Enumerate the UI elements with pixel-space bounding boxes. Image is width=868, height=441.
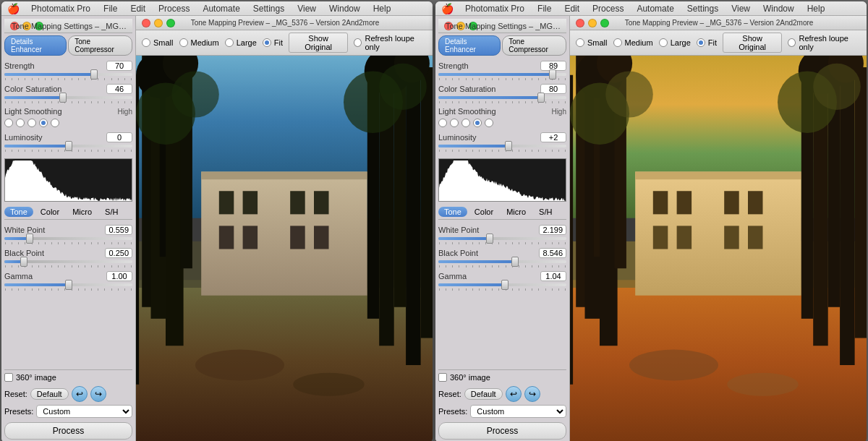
slider-value-luminosity-right: +2 <box>540 132 566 142</box>
size-radio-large[interactable] <box>225 38 234 47</box>
size-option-large[interactable]: Large <box>659 38 691 47</box>
slider-track-black-point-left[interactable] <box>4 260 132 263</box>
histogram <box>438 158 566 202</box>
size-radio-small[interactable] <box>142 38 150 47</box>
slider-track-luminosity-left[interactable] <box>4 145 132 147</box>
size-radio-fit[interactable] <box>263 38 271 47</box>
refresh-loupe-radio[interactable] <box>354 38 362 47</box>
menu-window[interactable]: Window <box>757 4 800 14</box>
size-option-medium[interactable]: Medium <box>613 38 653 47</box>
menu-settings[interactable]: Settings <box>681 4 724 14</box>
slider-gamma-left: Gamma 1.00 <box>4 271 132 291</box>
slider-black-point-right: Black Point 8.546 <box>438 248 566 267</box>
menu-edit[interactable]: Edit <box>558 4 585 14</box>
slider-track-strength-left[interactable] <box>4 73 132 76</box>
menu-window[interactable]: Window <box>323 4 366 14</box>
refresh-loupe-radio[interactable] <box>788 38 796 47</box>
ls-radio-2[interactable] <box>27 119 36 127</box>
apple-menu[interactable]: 🍎 <box>7 3 20 14</box>
refresh-loupe-option: Refresh loupe only <box>788 34 861 51</box>
sub-tab-color[interactable]: Color <box>35 207 65 217</box>
menu-help[interactable]: Help <box>801 4 831 14</box>
menu-view[interactable]: View <box>292 4 322 14</box>
preview-image[interactable] <box>570 56 867 441</box>
apple-menu[interactable]: 🍎 <box>441 3 454 14</box>
redo-button[interactable]: ↪ <box>524 386 540 402</box>
mode-tab-1[interactable]: Tone Compressor <box>68 35 132 56</box>
preview-titlebar: Tone Mapping Preview – _MG_5376 – Versio… <box>136 16 433 30</box>
menu-help[interactable]: Help <box>367 4 397 14</box>
svg-rect-39 <box>653 191 668 214</box>
light-smooth-row <box>438 119 566 127</box>
sub-tab-tone[interactable]: Tone <box>4 207 33 217</box>
sub-tab-color[interactable]: Color <box>469 207 499 217</box>
menu-edit[interactable]: Edit <box>124 4 151 14</box>
sub-tab-s/h[interactable]: S/H <box>533 207 558 217</box>
mode-tab-1[interactable]: Tone Compressor <box>502 35 566 56</box>
light-smooth-header: Light Smoothing High <box>4 107 132 116</box>
redo-button[interactable]: ↪ <box>90 386 106 402</box>
ls-radio-1[interactable] <box>16 119 25 127</box>
show-original-button[interactable]: Show Original <box>723 33 782 53</box>
slider-track-black-point-right[interactable] <box>438 260 566 263</box>
presets-select[interactable]: Custom <box>470 405 566 418</box>
checkbox-360[interactable] <box>438 373 447 382</box>
menu-app[interactable]: Photomatix Pro <box>459 4 530 14</box>
slider-track-color-sat-right[interactable] <box>438 96 566 99</box>
undo-button[interactable]: ↩ <box>506 386 522 402</box>
default-button[interactable]: Default <box>30 388 69 400</box>
mode-tab-0[interactable]: Details Enhancer <box>4 35 67 56</box>
size-radio-large[interactable] <box>659 38 668 47</box>
svg-point-31 <box>379 64 427 110</box>
ls-radio-1[interactable] <box>450 119 459 127</box>
checkbox-label: 360° image <box>16 373 56 382</box>
slider-track-gamma-left[interactable] <box>4 283 132 286</box>
svg-rect-23 <box>421 67 433 338</box>
show-original-button[interactable]: Show Original <box>289 33 348 53</box>
size-option-small[interactable]: Small <box>576 38 608 47</box>
menu-app[interactable]: Photomatix Pro <box>25 4 96 14</box>
preview-image[interactable] <box>136 56 433 441</box>
checkbox-360[interactable] <box>4 373 13 382</box>
ls-radio-4[interactable] <box>51 119 59 127</box>
menu-view[interactable]: View <box>726 4 756 14</box>
size-option-small[interactable]: Small <box>142 38 174 47</box>
menu-automate[interactable]: Automate <box>631 4 679 14</box>
slider-track-white-point-right[interactable] <box>438 237 566 240</box>
presets-select[interactable]: Custom <box>36 405 132 418</box>
menu-process[interactable]: Process <box>153 4 195 14</box>
menu-automate[interactable]: Automate <box>197 4 245 14</box>
size-radio-medium[interactable] <box>179 38 188 47</box>
size-option-fit[interactable]: Fit <box>697 38 717 47</box>
sub-tab-s/h[interactable]: S/H <box>99 207 124 217</box>
mode-tab-0[interactable]: Details Enhancer <box>438 35 501 56</box>
ls-radio-4[interactable] <box>485 119 493 127</box>
slider-track-color-sat-left[interactable] <box>4 96 132 99</box>
sub-tab-micro[interactable]: Micro <box>67 207 98 217</box>
menu-process[interactable]: Process <box>587 4 629 14</box>
undo-button[interactable]: ↩ <box>72 386 88 402</box>
process-button[interactable]: Process <box>438 422 566 440</box>
ls-radio-0[interactable] <box>438 119 447 127</box>
ls-radio-2[interactable] <box>461 119 470 127</box>
slider-track-white-point-left[interactable] <box>4 237 132 240</box>
size-option-large[interactable]: Large <box>225 38 257 47</box>
sub-tab-micro[interactable]: Micro <box>501 207 532 217</box>
slider-track-strength-right[interactable] <box>438 73 566 76</box>
size-option-fit[interactable]: Fit <box>263 38 283 47</box>
default-button[interactable]: Default <box>464 388 503 400</box>
ls-radio-3[interactable] <box>473 119 482 127</box>
menu-file[interactable]: File <box>98 4 123 14</box>
menu-settings[interactable]: Settings <box>247 4 290 14</box>
ls-radio-3[interactable] <box>39 119 48 127</box>
process-button[interactable]: Process <box>4 422 132 440</box>
size-radio-fit[interactable] <box>697 38 705 47</box>
slider-track-gamma-right[interactable] <box>438 283 566 286</box>
slider-track-luminosity-right[interactable] <box>438 145 566 147</box>
menu-file[interactable]: File <box>532 4 557 14</box>
ls-radio-0[interactable] <box>4 119 13 127</box>
sub-tab-tone[interactable]: Tone <box>438 207 467 217</box>
size-option-medium[interactable]: Medium <box>179 38 219 47</box>
size-radio-medium[interactable] <box>613 38 622 47</box>
size-radio-small[interactable] <box>576 38 584 47</box>
